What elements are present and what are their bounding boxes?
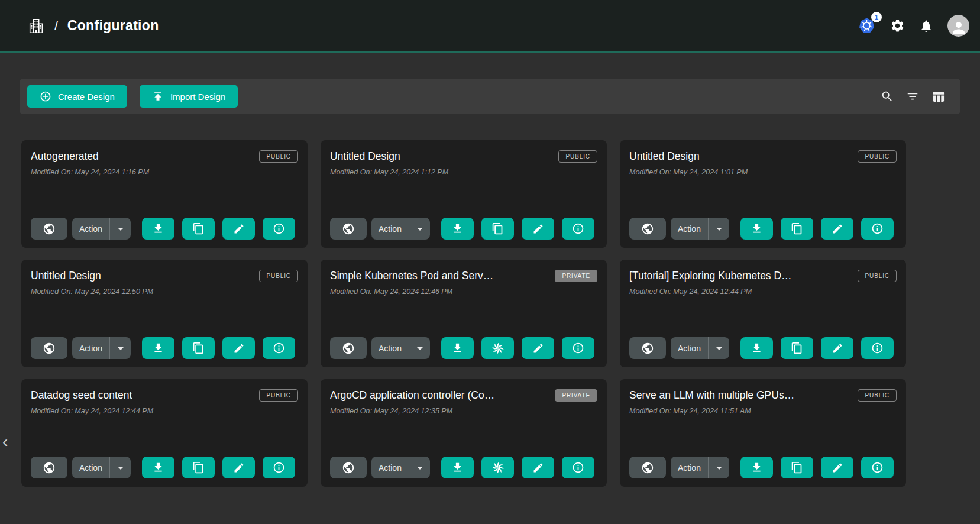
info-button[interactable] [263,337,295,359]
action-dropdown-button[interactable] [409,218,430,240]
settings-button[interactable] [890,18,905,33]
table-view-button[interactable] [932,90,945,103]
import-design-button[interactable]: Import Design [140,85,238,108]
info-button[interactable] [263,218,295,240]
action-button[interactable]: Action [371,337,409,359]
action-button[interactable]: Action [671,457,708,478]
notifications-button[interactable] [919,19,933,33]
card-action-row: Action [31,218,298,240]
visibility-globe-button[interactable] [629,337,666,359]
visibility-globe-button[interactable] [330,337,367,359]
action-dropdown-button[interactable] [109,337,131,359]
card-header: Untitled Design PUBLIC Modified On: May … [629,150,897,176]
action-button[interactable]: Action [371,457,409,478]
clone-button[interactable] [781,337,813,359]
download-button[interactable] [142,218,174,240]
clone-button[interactable] [182,457,215,478]
globe-icon [641,222,654,235]
action-button[interactable]: Action [72,218,109,240]
download-button[interactable] [142,457,174,478]
clone-button[interactable] [781,457,813,478]
edit-button[interactable] [522,218,554,240]
visibility-globe-button[interactable] [330,457,367,478]
visibility-badge: PUBLIC [858,389,897,402]
action-split-button: Action [671,457,729,478]
action-button[interactable]: Action [671,218,708,240]
design-title: Datadog seed content [31,389,255,402]
download-button[interactable] [740,218,773,240]
download-button[interactable] [441,457,474,478]
edit-button[interactable] [222,218,255,240]
visibility-globe-button[interactable] [31,337,67,359]
modified-date: Modified On: May 24, 2024 1:01 PM [629,168,897,176]
download-button[interactable] [740,337,773,359]
gear-icon [890,18,905,33]
visibility-globe-button[interactable] [629,218,666,240]
edit-button[interactable] [222,457,255,478]
action-button[interactable]: Action [72,457,109,478]
edit-button[interactable] [821,337,853,359]
info-button[interactable] [562,337,594,359]
edit-button[interactable] [522,337,554,359]
modified-date: Modified On: May 24, 2024 12:35 PM [330,407,597,415]
visibility-globe-button[interactable] [330,218,367,240]
action-dropdown-button[interactable] [708,337,729,359]
edit-button[interactable] [222,337,255,359]
design-button[interactable] [481,457,514,478]
clone-button[interactable] [182,337,215,359]
download-button[interactable] [441,218,474,240]
kubernetes-context-button[interactable]: 1 [858,17,876,35]
clone-button[interactable] [781,218,813,240]
edit-button[interactable] [522,457,554,478]
caret-down-icon [413,222,427,236]
edit-button[interactable] [821,457,853,478]
action-button[interactable]: Action [671,337,708,359]
download-button[interactable] [142,337,174,359]
action-dropdown-button[interactable] [708,218,729,240]
action-dropdown-button[interactable] [409,337,430,359]
action-button[interactable]: Action [72,337,109,359]
sidebar-collapse-toggle[interactable]: ‹ [0,434,10,450]
visibility-badge: PUBLIC [259,389,298,402]
download-button[interactable] [740,457,773,478]
info-icon [572,222,584,235]
building-icon[interactable] [27,17,45,35]
info-button[interactable] [861,218,894,240]
clone-button[interactable] [481,218,514,240]
design-card: Datadog seed content PUBLIC Modified On:… [21,379,308,487]
action-dropdown-button[interactable] [109,218,131,240]
action-split-button: Action [371,218,430,240]
action-dropdown-button[interactable] [708,457,729,478]
download-icon [451,461,464,474]
kubernetes-context-count-badge: 1 [871,12,882,22]
info-button[interactable] [263,457,295,478]
search-button[interactable] [881,90,894,103]
visibility-globe-button[interactable] [31,218,67,240]
design-button[interactable] [481,337,514,359]
action-dropdown-button[interactable] [109,457,131,478]
edit-button[interactable] [821,218,853,240]
modified-date: Modified On: May 24, 2024 12:44 PM [629,287,897,296]
action-button[interactable]: Action [371,218,409,240]
visibility-globe-button[interactable] [629,457,666,478]
caret-down-icon [114,222,128,236]
modified-date: Modified On: May 24, 2024 12:46 PM [330,287,597,296]
info-button[interactable] [562,457,594,478]
info-button[interactable] [861,457,894,478]
user-avatar[interactable] [947,15,969,37]
card-header: ArgoCD application controller (Co… PRIVA… [330,389,597,415]
action-dropdown-button[interactable] [409,457,430,478]
bell-icon [919,19,933,33]
download-button[interactable] [441,337,474,359]
import-design-label: Import Design [170,92,225,102]
create-design-button[interactable]: Create Design [27,85,127,108]
pencil-icon [832,223,843,235]
filter-button[interactable] [906,90,919,103]
modified-date: Modified On: May 24, 2024 12:44 PM [31,407,298,415]
visibility-globe-button[interactable] [31,457,67,478]
info-button[interactable] [562,218,594,240]
clone-button[interactable] [182,218,215,240]
visibility-badge: PUBLIC [259,270,298,282]
search-icon [881,90,894,103]
info-button[interactable] [861,337,894,359]
